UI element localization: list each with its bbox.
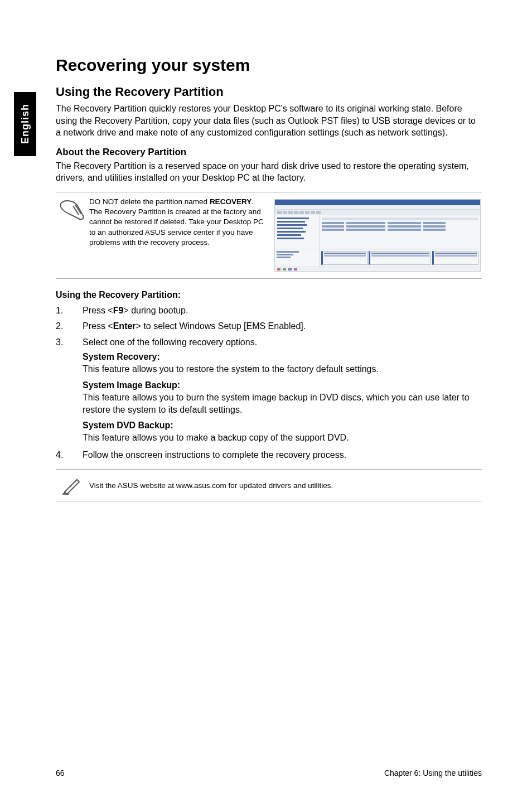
intro-paragraph: The Recovery Partition quickly restores … bbox=[56, 103, 482, 139]
step-number: 3. bbox=[56, 336, 83, 349]
warning-bold: RECOVERY bbox=[210, 197, 252, 206]
page: English Recovering your system Using the… bbox=[0, 0, 532, 802]
page-footer: 66 Chapter 6: Using the utilities bbox=[56, 768, 482, 777]
step-2-post: > to select Windows Setup [EMS Enabled]. bbox=[136, 321, 306, 331]
option-text: This feature allows you to restore the s… bbox=[83, 363, 482, 375]
tip-note: Visit the ASUS website at www.asus.com f… bbox=[56, 469, 482, 501]
step-2-key: Enter bbox=[113, 321, 136, 331]
step-1-key: F9 bbox=[113, 306, 124, 315]
step-3: 3. Select one of the following recovery … bbox=[56, 336, 482, 349]
disk-management-window bbox=[274, 199, 481, 272]
using-heading: Using the Recovery Partition: bbox=[56, 290, 482, 300]
page-number: 66 bbox=[56, 769, 65, 777]
procedure-section: Using the Recovery Partition: 1. Press <… bbox=[56, 290, 482, 461]
option-heading: System Recovery: bbox=[83, 352, 482, 362]
option-text: This feature allows you to make a backup… bbox=[83, 432, 482, 444]
step-2: 2. Press <Enter> to select Windows Setup… bbox=[56, 320, 482, 332]
pencil-icon bbox=[56, 475, 89, 495]
option-heading: System DVD Backup: bbox=[83, 421, 482, 431]
option-system-recovery: System Recovery: This feature allows you… bbox=[83, 352, 482, 375]
step-number: 4. bbox=[56, 449, 83, 461]
tip-text: Visit the ASUS website at www.asus.com f… bbox=[89, 481, 333, 490]
chapter-label: Chapter 6: Using the utilities bbox=[384, 769, 482, 777]
language-tab-label: English bbox=[20, 104, 31, 144]
step-3-text: Select one of the following recovery opt… bbox=[83, 336, 482, 349]
page-title: Recovering your system bbox=[56, 56, 482, 75]
step-4: 4. Follow the onscreen instructions to c… bbox=[56, 449, 482, 461]
step-4-text: Follow the onscreen instructions to comp… bbox=[83, 449, 482, 461]
option-text: This feature allows you to burn the syst… bbox=[83, 392, 482, 417]
option-heading: System Image Backup: bbox=[83, 380, 482, 390]
step-2-pre: Press < bbox=[83, 321, 113, 331]
section-heading: Using the Recovery Partition bbox=[56, 85, 482, 99]
hand-icon bbox=[56, 197, 89, 221]
disk-management-thumbnail bbox=[273, 197, 482, 274]
warning-note: DO NOT delete the partition named RECOVE… bbox=[56, 192, 482, 279]
step-number: 2. bbox=[56, 320, 83, 332]
step-1-post: > during bootup. bbox=[123, 306, 188, 315]
warning-pre: DO NOT delete the partition named bbox=[89, 197, 210, 206]
ordered-list: 1. Press <F9> during bootup. 2. Press <E… bbox=[56, 305, 482, 461]
about-heading: About the Recovery Partition bbox=[56, 147, 482, 158]
option-system-image-backup: System Image Backup: This feature allows… bbox=[83, 380, 482, 417]
step-1-pre: Press < bbox=[83, 306, 113, 315]
about-paragraph: The Recovery Partition is a reserved spa… bbox=[56, 160, 482, 184]
step-1: 1. Press <F9> during bootup. bbox=[56, 305, 482, 317]
option-system-dvd-backup: System DVD Backup: This feature allows y… bbox=[83, 421, 482, 444]
warning-text: DO NOT delete the partition named RECOVE… bbox=[89, 197, 273, 248]
step-number: 1. bbox=[56, 305, 83, 317]
language-tab: English bbox=[14, 92, 36, 156]
